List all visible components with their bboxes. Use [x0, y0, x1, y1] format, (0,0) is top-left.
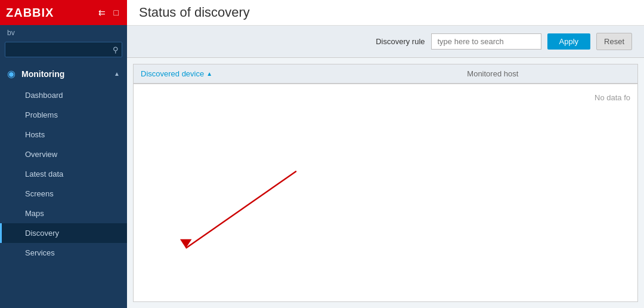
- sidebar-item-maps[interactable]: Maps: [0, 204, 127, 223]
- sidebar: ZABBIX ⇇ □ bv ⚲ ◉ Monitoring ▲ Dashboard…: [0, 0, 127, 308]
- sidebar-item-problems[interactable]: Problems: [0, 105, 127, 125]
- sidebar-icon-group: ⇇ □: [96, 7, 121, 19]
- collapse-icon[interactable]: ⇇: [96, 7, 108, 19]
- col-discovered-label: Discovered device: [141, 69, 204, 78]
- no-data-message: No data fo: [134, 84, 637, 111]
- sidebar-item-screens[interactable]: Screens: [0, 184, 127, 204]
- sidebar-search-input[interactable]: [5, 42, 122, 57]
- sidebar-item-hosts[interactable]: Hosts: [0, 125, 127, 144]
- col-monitored-host: Monitored host: [467, 69, 630, 78]
- table-header: Discovered device ▲ Monitored host: [134, 64, 637, 84]
- monitoring-menu-header[interactable]: ◉ Monitoring ▲: [0, 62, 127, 85]
- main-content: Status of discovery Discovery rule Apply…: [127, 0, 644, 308]
- search-icon: ⚲: [113, 45, 119, 54]
- apply-button[interactable]: Apply: [547, 33, 591, 50]
- discovery-rule-input[interactable]: [431, 33, 541, 50]
- zabbix-logo: ZABBIX: [6, 6, 54, 20]
- sidebar-search-box: ⚲: [5, 42, 122, 57]
- col-monitored-label: Monitored host: [467, 69, 518, 78]
- sidebar-item-overview[interactable]: Overview: [0, 144, 127, 164]
- page-title: Status of discovery: [127, 0, 644, 26]
- filter-bar: Discovery rule Apply Reset: [127, 26, 644, 58]
- reset-button[interactable]: Reset: [596, 33, 632, 50]
- monitoring-section: ◉ Monitoring ▲ Dashboard Problems Hosts …: [0, 62, 127, 263]
- svg-line-0: [186, 171, 296, 248]
- expand-icon[interactable]: □: [112, 7, 121, 19]
- sidebar-item-services[interactable]: Services: [0, 243, 127, 263]
- sidebar-header: ZABBIX ⇇ □: [0, 0, 127, 25]
- svg-marker-1: [180, 239, 191, 248]
- eye-icon: ◉: [7, 68, 16, 79]
- sidebar-item-latest-data[interactable]: Latest data: [0, 164, 127, 184]
- sort-asc-icon: ▲: [206, 70, 212, 77]
- discovery-rule-label: Discovery rule: [376, 37, 425, 46]
- col-discovered-device[interactable]: Discovered device ▲: [141, 69, 467, 78]
- monitoring-label: Monitoring: [21, 69, 114, 79]
- discovery-table: Discovered device ▲ Monitored host No da…: [133, 64, 638, 302]
- chevron-up-icon: ▲: [114, 70, 120, 77]
- user-label: bv: [0, 25, 127, 39]
- sidebar-item-dashboard[interactable]: Dashboard: [0, 85, 127, 105]
- sidebar-item-discovery[interactable]: Discovery: [0, 223, 127, 243]
